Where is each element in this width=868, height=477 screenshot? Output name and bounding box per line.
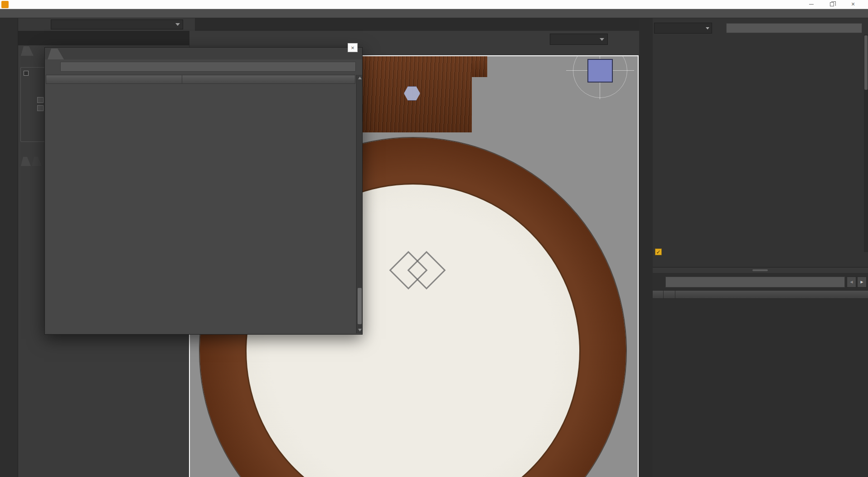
- tab-p[interactable]: [32, 157, 42, 166]
- dialog-title: [48, 49, 64, 59]
- panel-splitter[interactable]: [653, 268, 868, 273]
- maximize-button[interactable]: [823, 0, 841, 9]
- column-visibility: [653, 291, 664, 298]
- document-tabstrip: [195, 18, 639, 31]
- map-tabs: [21, 157, 43, 167]
- active-tool-dropdown[interactable]: [51, 19, 183, 29]
- app-logo: [1, 1, 9, 8]
- scene-filter-input[interactable]: [665, 277, 845, 287]
- dialog-filter-input[interactable]: [60, 62, 356, 72]
- parameters-scrollbar[interactable]: [864, 34, 868, 252]
- tab-map[interactable]: [21, 157, 31, 166]
- close-button[interactable]: ×: [844, 0, 862, 9]
- property-hierarchy-dialog: ×: [44, 47, 363, 335]
- mask-button-2[interactable]: [37, 105, 44, 111]
- dialog-close-button[interactable]: ×: [348, 43, 358, 52]
- chevron-down-icon: [600, 38, 604, 41]
- checkbox-check-icon: ✓: [655, 248, 662, 255]
- scene-next-button[interactable]: ►: [857, 277, 867, 287]
- parameters-panel: ✓: [653, 18, 868, 268]
- mask-button-1[interactable]: [37, 97, 44, 103]
- scene-panel: ◄ ►: [653, 273, 868, 477]
- parameters-filter-input[interactable]: [726, 23, 862, 33]
- menu-bar: [0, 9, 868, 18]
- tab-general[interactable]: [21, 46, 34, 56]
- minimize-button[interactable]: [802, 0, 820, 9]
- dialog-column-headers[interactable]: [46, 75, 355, 84]
- property-tree: [46, 84, 355, 333]
- tool-options-toolbar: [18, 31, 196, 45]
- scene-column-headers[interactable]: [653, 290, 868, 299]
- use-checkbox[interactable]: [24, 71, 29, 77]
- column-node: [675, 291, 679, 298]
- scroll-up-icon[interactable]: [358, 77, 362, 79]
- scroll-down-icon[interactable]: [358, 329, 362, 331]
- title-bar: ×: [0, 0, 868, 9]
- left-toolbar: [0, 18, 18, 477]
- show-sub-items-checkbox[interactable]: ✓: [655, 248, 665, 255]
- view-cube[interactable]: [587, 59, 613, 83]
- scene-prev-button[interactable]: ◄: [847, 277, 856, 287]
- view-selector-dropdown[interactable]: [550, 34, 608, 45]
- scrollbar-thumb[interactable]: [358, 288, 362, 324]
- dialog-scrollbar[interactable]: [356, 75, 362, 333]
- chevron-down-icon: [706, 27, 709, 29]
- column-selectability: [664, 291, 675, 298]
- right-dock-tabs: [639, 18, 653, 477]
- node-scope-dropdown[interactable]: [654, 23, 712, 34]
- scrollbar-thumb[interactable]: [864, 35, 868, 90]
- column-node-property: [46, 75, 182, 83]
- draw-style-icon[interactable]: [533, 33, 547, 46]
- dialog-filter-row: [45, 59, 362, 74]
- dialog-title-row[interactable]: [45, 48, 362, 59]
- chevron-down-icon: [175, 23, 180, 26]
- column-node-figure: [182, 75, 185, 83]
